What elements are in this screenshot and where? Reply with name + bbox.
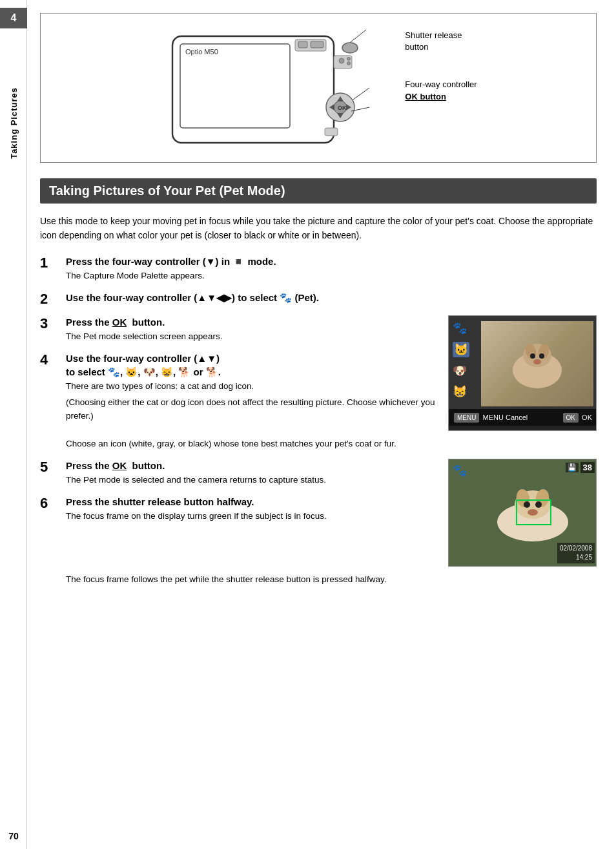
pet-icons-list: 🐾 🐱 🐶 😸: [453, 321, 469, 399]
step-6-number: 6: [40, 495, 58, 512]
svg-rect-4: [298, 41, 307, 48]
capture-pet-icon: 🐾: [453, 463, 467, 477]
camera-diagram: Optio M50: [40, 13, 597, 163]
step-1-body: The Capture Mode Palette appears.: [66, 269, 597, 283]
svg-rect-19: [325, 128, 338, 136]
svg-point-28: [533, 359, 541, 364]
ok-ok-label: OK OK: [563, 414, 592, 421]
pet-icon-3: 🐶: [453, 364, 469, 378]
step-3: 3 Press the OK button. The Pet mode sele…: [40, 315, 440, 344]
pet-icon-4: 😸: [453, 384, 469, 399]
focus-frame: [516, 499, 551, 525]
step-4-body1: There are two types of icons: a cat and …: [66, 380, 440, 393]
chapter-number: 4: [0, 8, 27, 28]
main-content: Optio M50: [27, 0, 616, 849]
step-6-body1: The focus frame on the display turns gre…: [66, 510, 440, 523]
cancel-text: MENU Cancel: [483, 414, 528, 421]
page-number: 70: [0, 831, 27, 841]
step-2-number: 2: [40, 291, 58, 308]
step-2-content: Use the four-way controller (▲▼◀▶) to se…: [66, 291, 597, 306]
steps-5-6-container: 5 Press the OK button. The Pet mode is s…: [40, 459, 597, 567]
section-title: Taking Pictures of Your Pet (Pet Mode): [40, 178, 597, 204]
capture-top-right: 💾 38: [566, 462, 595, 473]
svg-point-9: [347, 62, 351, 65]
svg-text:Optio M50: Optio M50: [185, 48, 218, 56]
step-4-body2: (Choosing either the cat or dog icon doe…: [66, 396, 440, 423]
step-5-title: Press the OK button.: [66, 459, 440, 472]
camera-svg: Optio M50: [159, 23, 392, 152]
step-2-title: Use the four-way controller (▲▼◀▶) to se…: [66, 291, 597, 304]
dog-illustration: [498, 335, 576, 393]
step-5-body: The Pet mode is selected and the camera …: [66, 474, 440, 487]
step-5: 5 Press the OK button. The Pet mode is s…: [40, 459, 440, 487]
steps-3-4-left: 3 Press the OK button. The Pet mode sele…: [40, 315, 440, 431]
svg-rect-1: [180, 44, 290, 128]
capture-screen: 🐾 💾 38: [449, 459, 597, 566]
chapter-label: Taking Pictures: [9, 87, 19, 159]
shutter-label: Shutter release button: [405, 30, 477, 53]
svg-point-26: [530, 353, 535, 359]
step-4-number: 4: [40, 351, 58, 368]
sidebar: 4 Taking Pictures 70: [0, 0, 27, 849]
step-3-content: Press the OK button. The Pet mode select…: [66, 315, 440, 344]
step-3-body: The Pet mode selection screen appears.: [66, 330, 440, 344]
pet-icon-1: 🐾: [453, 321, 469, 335]
pet-icon-2: 🐱: [453, 342, 469, 357]
svg-point-27: [539, 353, 544, 359]
step-4: 4 Use the four-way controller (▲▼)to sel…: [40, 351, 440, 423]
fourway-label: Four-way controller OK button: [405, 79, 477, 102]
capture-time: 14:25: [560, 553, 592, 562]
svg-point-10: [342, 43, 358, 53]
screen-toolbar-1: MENU MENU Cancel OK OK: [449, 409, 597, 426]
menu-btn: MENU: [454, 413, 479, 423]
ok-btn: OK: [563, 413, 579, 423]
step-6: 6 Press the shutter release button halfw…: [40, 495, 440, 523]
svg-point-8: [347, 58, 351, 61]
dog-photo: [481, 321, 593, 406]
step-1-title: Press the four-way controller (▼) in ◾ m…: [66, 255, 597, 268]
intro-text: Use this mode to keep your moving pet in…: [40, 214, 597, 243]
svg-rect-5: [311, 41, 323, 48]
capture-number: 38: [580, 462, 595, 473]
capture-datetime: 02/02/2008 14:25: [557, 543, 595, 563]
step-4-body3: Choose an icon (white, gray, or black) w…: [66, 437, 597, 451]
step-4-title: Use the four-way controller (▲▼)to selec…: [66, 351, 440, 379]
ok-text: OK: [582, 414, 592, 421]
step-6-title: Press the shutter release button halfway…: [66, 495, 440, 508]
svg-text:OK: OK: [338, 105, 347, 111]
steps-5-6-left: 5 Press the OK button. The Pet mode is s…: [40, 459, 440, 567]
step-6-content: Press the shutter release button halfway…: [66, 495, 440, 523]
step-1-number: 1: [40, 255, 58, 271]
ok-button-label: OK button: [405, 92, 446, 101]
svg-point-7: [339, 58, 344, 63]
card-icon: 💾: [566, 463, 579, 472]
camera-labels: Shutter release button Four-way controll…: [405, 23, 477, 103]
step-3-title: Press the OK button.: [66, 315, 440, 329]
step-4-content: Use the four-way controller (▲▼)to selec…: [66, 351, 440, 423]
capture-date: 02/02/2008: [560, 544, 592, 553]
camera-screen-1: 🐾 🐱 🐶 😸: [449, 316, 597, 426]
svg-line-11: [350, 30, 366, 43]
step-5-content: Press the OK button. The Pet mode is sel…: [66, 459, 440, 487]
svg-line-20: [353, 88, 369, 100]
menu-cancel-label: MENU MENU Cancel: [454, 414, 528, 421]
step-1-content: Press the four-way controller (▼) in ◾ m…: [66, 255, 597, 283]
step-1: 1 Press the four-way controller (▼) in ◾…: [40, 255, 597, 283]
step-2: 2 Use the four-way controller (▲▼◀▶) to …: [40, 291, 597, 308]
pet-mode-screen: 🐾 🐱 🐶 😸: [448, 315, 597, 431]
step-5-number: 5: [40, 459, 58, 476]
step-6-body2: The focus frame follows the pet while th…: [66, 573, 597, 587]
chapter-label-container: Taking Pictures: [0, 39, 27, 207]
capture-screen-box: 🐾 💾 38: [448, 459, 597, 567]
step-3-number: 3: [40, 315, 58, 332]
steps-3-4-container: 3 Press the OK button. The Pet mode sele…: [40, 315, 597, 431]
